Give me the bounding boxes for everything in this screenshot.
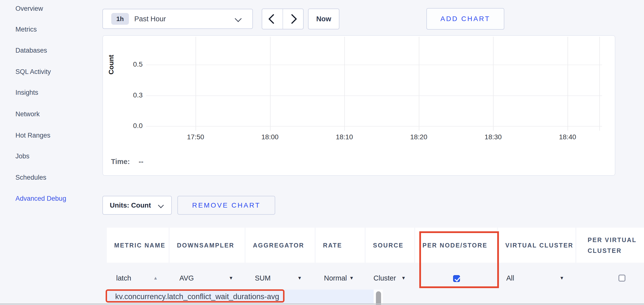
sidebar-item-hot-ranges[interactable]: Hot Ranges [16, 132, 50, 140]
column-header-per-virtual-cluster: PER VIRTUAL CLUSTER [576, 228, 644, 263]
metric-suggestions-dropdown: kv.concurrency.latch_conflict_wait_durat… [108, 290, 383, 305]
column-header-label: SOURCE [373, 240, 414, 251]
per-virtual-cluster-checkbox[interactable] [618, 275, 626, 282]
prev-interval-button[interactable] [262, 9, 283, 29]
column-header-label: AGGREGATOR [253, 240, 315, 251]
sidebar-item-network[interactable]: Network [16, 110, 40, 119]
aggregator-select[interactable]: SUM ▼ [252, 270, 304, 286]
column-header-virtual-cluster: VIRTUAL CLUSTER [498, 228, 576, 263]
x-tick-label: 18:10 [326, 133, 363, 141]
scrollbar-thumb[interactable] [376, 291, 381, 305]
sidebar-item-metrics[interactable]: Metrics [16, 26, 37, 34]
column-header-downsampler: DOWNSAMPLER [170, 228, 244, 263]
time-range-label: Past Hour [134, 15, 166, 23]
caret-down-icon: ▼ [297, 275, 302, 281]
units-select[interactable]: Units: Count [102, 196, 172, 215]
x-tick-label: 18:30 [475, 133, 512, 141]
sidebar-item-schedules[interactable]: Schedules [16, 174, 46, 183]
sidebar-item-overview[interactable]: Overview [16, 5, 43, 14]
x-tick-label: 18:00 [252, 133, 288, 141]
chevron-down-icon [235, 15, 242, 22]
rate-value: Normal [324, 274, 347, 282]
aggregator-value: SUM [255, 274, 270, 282]
caret-down-icon: ▼ [229, 275, 233, 281]
virtual-cluster-value: All [506, 274, 514, 282]
x-tick-label: 18:20 [400, 133, 437, 141]
column-header-rate: RATE [316, 228, 365, 263]
source-value: Cluster [374, 274, 396, 282]
hover-time-value: -- [139, 158, 143, 166]
sidebar-item-jobs[interactable]: Jobs [16, 152, 30, 161]
chevron-down-icon [158, 202, 164, 208]
column-header-label: METRIC NAME [114, 240, 168, 251]
sidebar-item-sql-activity[interactable]: SQL Activity [16, 68, 51, 77]
x-gridline [270, 37, 270, 131]
caret-up-icon: ▲ [153, 275, 158, 281]
hover-time-label: Time: [111, 158, 130, 166]
next-interval-button[interactable] [283, 9, 304, 29]
x-tick-label: 17:50 [177, 133, 214, 141]
x-gridline [419, 37, 419, 131]
column-header-label: PER NODE/STORE [422, 240, 497, 251]
per-node-store-checkbox[interactable] [453, 275, 460, 282]
column-header-per-node-store: PER NODE/STORE [415, 228, 497, 263]
caret-down-icon: ▼ [349, 275, 354, 281]
advanced-debug-custom-chart-page: Overview Metrics Databases SQL Activity … [0, 0, 644, 305]
column-header-label: VIRTUAL CLUSTER [505, 240, 576, 251]
metric-suggestion-label: kv.concurrency.latch_conflict_wait_durat… [115, 292, 279, 301]
rate-select[interactable]: Normal ▼ [322, 270, 356, 286]
checkmark-icon [454, 276, 460, 282]
add-chart-button[interactable]: ADD CHART [426, 8, 504, 30]
chevron-right-icon [287, 14, 297, 24]
x-gridline [568, 37, 568, 131]
metric-name-input[interactable]: latch ▲ [114, 270, 160, 286]
time-pager [262, 8, 304, 29]
caret-down-icon: ▼ [560, 275, 564, 281]
column-header-source: SOURCE [366, 228, 414, 263]
x-gridline [196, 37, 196, 131]
y-gridline [146, 95, 602, 96]
column-header-label: DOWNSAMPLER [177, 240, 244, 251]
time-range-badge: 1h [111, 13, 129, 25]
downsampler-select[interactable]: AVG ▼ [177, 270, 236, 286]
virtual-cluster-select[interactable]: All ▼ [504, 270, 566, 286]
screenshot-bottom-edge [0, 304, 644, 305]
y-axis-label: Count [107, 54, 115, 76]
x-gridline [493, 37, 494, 131]
y-tick-label: 0.3 [115, 91, 142, 99]
sidebar-item-insights[interactable]: Insights [16, 89, 38, 98]
metric-suggestion-item[interactable]: kv.concurrency.latch_conflict_wait_durat… [108, 290, 374, 304]
y-tick-label: 0.0 [115, 122, 142, 130]
x-gridline [344, 37, 345, 131]
source-select[interactable]: Cluster ▼ [371, 270, 408, 286]
metric-name-value: latch [116, 274, 131, 282]
remove-chart-button[interactable]: REMOVE CHART [178, 196, 275, 215]
column-header-label: RATE [323, 240, 365, 251]
y-gridline [146, 65, 602, 65]
column-header-label: PER VIRTUAL CLUSTER [588, 235, 644, 256]
chart-card[interactable]: Count Time: -- 0.50.30.017:5018:0018:101… [102, 35, 615, 176]
y-gridline [146, 126, 602, 127]
sidebar-item-advanced-debug[interactable]: Advanced Debug [16, 195, 66, 204]
time-range-select[interactable]: 1h Past Hour [102, 9, 253, 29]
hover-time-readout: Time: -- [111, 158, 143, 166]
x-tick-label: 18:40 [549, 133, 586, 141]
sidebar-item-databases[interactable]: Databases [16, 47, 47, 55]
chevron-left-icon [268, 14, 278, 24]
now-button[interactable]: Now [308, 8, 340, 29]
units-select-label: Units: Count [110, 201, 151, 209]
plot-right-border [600, 37, 600, 131]
caret-down-icon: ▼ [401, 275, 406, 281]
column-header-metric-name: METRIC NAME [107, 228, 168, 263]
downsampler-value: AVG [180, 274, 194, 282]
column-header-aggregator: AGGREGATOR [246, 228, 315, 263]
dropdown-scrollbar[interactable] [374, 290, 383, 305]
y-tick-label: 0.5 [115, 60, 142, 68]
